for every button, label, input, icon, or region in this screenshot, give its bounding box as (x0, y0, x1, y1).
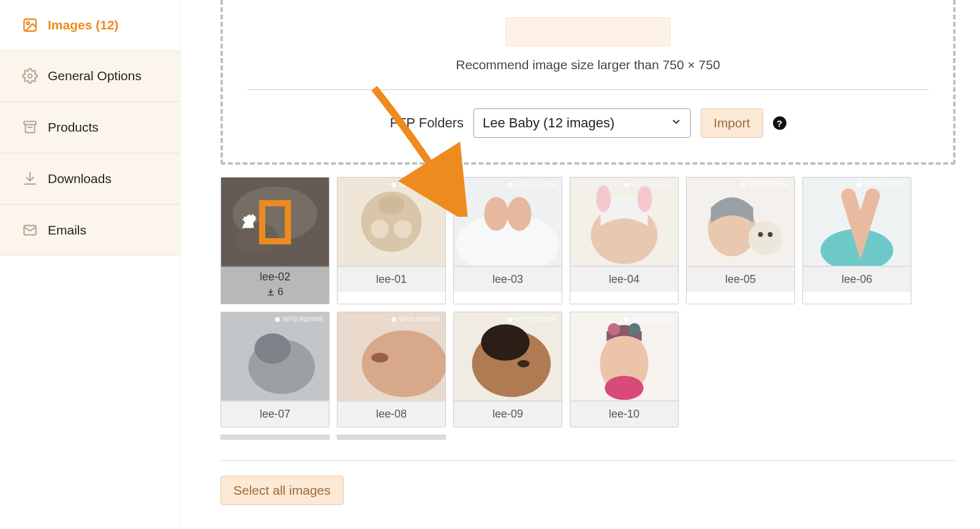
image-card[interactable]: WPSUNSHINE lee-10 (570, 312, 679, 427)
sidebar: Images (12) General Options Products Dow… (0, 0, 181, 529)
image-card[interactable]: WPSUNSHINE lee-07 (221, 312, 330, 427)
ftp-folder-select[interactable]: Lee Baby (12 images) (473, 108, 691, 138)
image-card[interactable]: WPSUNSHINE lee-08 (337, 312, 446, 427)
image-thumbnail: WPSUNSHINE (803, 178, 911, 267)
watermark: WPSUNSHINE (508, 181, 557, 188)
ftp-label: FTP Folders (390, 115, 464, 131)
help-icon[interactable]: ? (773, 116, 786, 130)
svg-point-28 (767, 232, 772, 237)
sidebar-item-images[interactable]: Images (12) (0, 0, 180, 50)
image-name: lee-06 (842, 273, 872, 285)
star-icon[interactable] (290, 213, 309, 231)
svg-marker-10 (243, 214, 256, 228)
image-name: lee-07 (260, 408, 290, 420)
ftp-selected-value: Lee Baby (12 images) (483, 115, 614, 131)
chevron-down-icon (671, 115, 682, 131)
sidebar-item-label: Images (12) (48, 18, 119, 32)
select-all-button[interactable]: Select all images (221, 476, 344, 505)
image-card[interactable]: WPSUNSHINE lee-04 (570, 177, 679, 304)
download-count: 6 (225, 286, 325, 298)
image-card[interactable]: WPSUNSHINE lee-09 (453, 312, 562, 427)
watermark: WPSUNSHINE (624, 316, 673, 323)
image-icon (22, 17, 38, 33)
watermark: WPSUNSHINE (391, 181, 440, 188)
watermark: WPSUNSHINE (741, 181, 790, 188)
svg-point-2 (28, 74, 32, 78)
svg-point-40 (518, 360, 530, 367)
image-thumbnail: WPSUNSHINE (570, 312, 678, 402)
image-name: lee-10 (609, 408, 639, 420)
image-thumbnail: WPSUNSHINE (337, 312, 445, 402)
image-thumbnail: WPSUNSHINE (687, 178, 794, 267)
svg-point-19 (507, 197, 532, 231)
image-thumbnail: WPSUNSHINE (337, 178, 445, 267)
image-name: lee-05 (725, 273, 756, 285)
svg-point-35 (362, 331, 445, 397)
svg-point-26 (748, 221, 782, 255)
image-thumbnail: WPSUNSHINE (454, 178, 562, 267)
watermark: WPSUNSHINE (857, 181, 906, 188)
image-name: lee-08 (376, 408, 407, 420)
svg-point-36 (371, 353, 388, 362)
watermark: WPSUNSHINE (391, 316, 440, 323)
svg-point-45 (628, 323, 641, 336)
image-thumbnail (221, 178, 329, 267)
image-thumbnail: WPSUNSHINE (221, 312, 329, 402)
image-thumbnail: WPSUNSHINE (454, 312, 562, 402)
mail-icon (22, 222, 38, 238)
image-card[interactable]: WPSUNSHINE lee-01 (337, 177, 446, 304)
main-content: Recommend image size larger than 750 × 7… (181, 0, 980, 529)
svg-point-14 (394, 220, 412, 238)
recommend-text: Recommend image size larger than 750 × 7… (247, 58, 929, 72)
upload-button-placeholder[interactable] (505, 17, 671, 47)
svg-point-44 (608, 323, 620, 336)
watermark: WPSUNSHINE (275, 316, 324, 323)
sidebar-item-emails[interactable]: Emails (0, 204, 180, 256)
download-icon (22, 171, 38, 187)
import-button[interactable]: Import (701, 108, 763, 138)
image-card-peek[interactable] (337, 435, 446, 440)
divider (247, 89, 929, 90)
gallery-next-row-peek (221, 435, 956, 440)
svg-point-15 (378, 195, 405, 215)
sidebar-item-label: Downloads (48, 171, 111, 186)
svg-point-39 (481, 325, 529, 361)
image-thumbnail: WPSUNSHINE (570, 178, 678, 267)
upload-zone: Recommend image size larger than 750 × 7… (221, 0, 956, 165)
svg-point-13 (371, 220, 389, 238)
svg-point-18 (484, 197, 508, 231)
svg-point-22 (597, 186, 611, 212)
image-card-peek[interactable] (221, 435, 330, 440)
sidebar-item-downloads[interactable]: Downloads (0, 153, 180, 204)
svg-point-33 (254, 334, 290, 364)
watermark: WPSUNSHINE (624, 181, 673, 188)
image-card[interactable]: WPSUNSHINE lee-03 (453, 177, 562, 304)
sidebar-item-products[interactable]: Products (0, 102, 180, 153)
image-name: lee-09 (492, 408, 523, 420)
svg-point-23 (638, 186, 652, 212)
image-gallery: lee-02 6 WPSUNSHINE lee-01 (221, 177, 956, 427)
svg-point-1 (27, 22, 29, 24)
archive-icon (22, 119, 38, 135)
image-card[interactable]: WPSUNSHINE lee-06 (802, 177, 911, 304)
image-name: lee-04 (609, 273, 639, 285)
image-name: lee-03 (492, 273, 523, 285)
image-name: lee-01 (376, 273, 407, 285)
svg-point-43 (605, 376, 643, 400)
watermark: WPSUNSHINE (508, 316, 557, 323)
sidebar-item-label: Emails (48, 223, 86, 238)
sidebar-item-label: Products (48, 120, 99, 135)
sidebar-item-label: General Options (48, 69, 141, 83)
gear-icon (22, 68, 38, 84)
image-card[interactable]: WPSUNSHINE lee-05 (686, 177, 795, 304)
svg-point-27 (758, 232, 763, 237)
image-name: lee-02 (225, 271, 325, 283)
svg-rect-3 (24, 121, 36, 124)
trash-icon[interactable] (266, 213, 284, 231)
sidebar-item-general-options[interactable]: General Options (0, 50, 180, 102)
ftp-row: FTP Folders Lee Baby (12 images) Import … (247, 108, 929, 138)
image-card[interactable]: lee-02 6 (221, 177, 330, 304)
